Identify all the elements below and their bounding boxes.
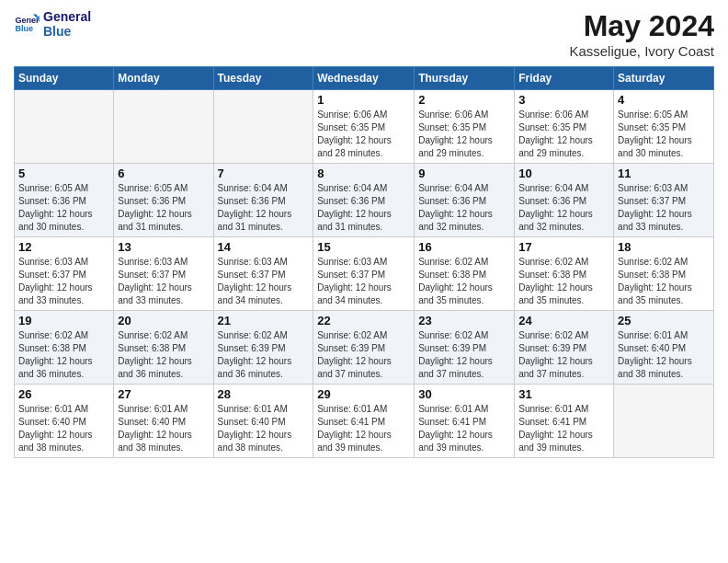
day-info: Sunrise: 6:01 AMSunset: 6:41 PMDaylight:… [418, 403, 510, 454]
weekday-header-tuesday: Tuesday [213, 67, 313, 90]
day-info: Sunrise: 6:03 AMSunset: 6:37 PMDaylight:… [618, 182, 710, 234]
calendar-day-cell: 30Sunrise: 6:01 AMSunset: 6:41 PMDayligh… [415, 385, 515, 458]
day-info: Sunrise: 6:01 AMSunset: 6:40 PMDaylight:… [118, 403, 209, 454]
day-info: Sunrise: 6:06 AMSunset: 6:35 PMDaylight:… [317, 109, 410, 160]
day-info: Sunrise: 6:05 AMSunset: 6:36 PMDaylight:… [18, 182, 109, 234]
calendar-day-cell: 15Sunrise: 6:03 AMSunset: 6:37 PMDayligh… [313, 237, 415, 311]
weekday-header-wednesday: Wednesday [313, 67, 415, 90]
day-info: Sunrise: 6:03 AMSunset: 6:37 PMDaylight:… [218, 256, 310, 307]
calendar-day-cell: 6Sunrise: 6:05 AMSunset: 6:36 PMDaylight… [114, 164, 213, 237]
calendar-day-cell: 2Sunrise: 6:06 AMSunset: 6:35 PMDaylight… [415, 90, 515, 164]
calendar-day-cell [614, 385, 714, 458]
day-info: Sunrise: 6:01 AMSunset: 6:41 PMDaylight:… [518, 403, 609, 454]
day-number: 23 [418, 314, 510, 327]
day-info: Sunrise: 6:01 AMSunset: 6:41 PMDaylight:… [317, 403, 410, 454]
day-number: 30 [418, 387, 510, 401]
day-info: Sunrise: 6:05 AMSunset: 6:35 PMDaylight:… [618, 109, 710, 160]
day-info: Sunrise: 6:03 AMSunset: 6:37 PMDaylight:… [18, 256, 109, 307]
calendar-week-row: 12Sunrise: 6:03 AMSunset: 6:37 PMDayligh… [15, 237, 714, 311]
day-number: 7 [218, 167, 310, 180]
day-number: 28 [218, 387, 310, 401]
day-info: Sunrise: 6:04 AMSunset: 6:36 PMDaylight:… [418, 182, 510, 234]
header: General Blue General Blue May 2024 Kasse… [14, 9, 714, 59]
day-number: 10 [518, 167, 609, 180]
calendar-day-cell: 10Sunrise: 6:04 AMSunset: 6:36 PMDayligh… [515, 164, 614, 237]
day-info: Sunrise: 6:01 AMSunset: 6:40 PMDaylight:… [218, 403, 310, 454]
calendar-day-cell: 28Sunrise: 6:01 AMSunset: 6:40 PMDayligh… [213, 385, 313, 458]
calendar-table: SundayMondayTuesdayWednesdayThursdayFrid… [14, 66, 714, 458]
calendar-day-cell: 4Sunrise: 6:05 AMSunset: 6:35 PMDaylight… [614, 90, 714, 164]
calendar-day-cell: 13Sunrise: 6:03 AMSunset: 6:37 PMDayligh… [114, 237, 213, 311]
day-number: 12 [18, 240, 109, 254]
calendar-week-row: 26Sunrise: 6:01 AMSunset: 6:40 PMDayligh… [15, 385, 714, 458]
day-number: 3 [518, 93, 609, 107]
day-number: 18 [618, 240, 710, 254]
day-info: Sunrise: 6:01 AMSunset: 6:40 PMDaylight:… [618, 329, 710, 381]
weekday-header-row: SundayMondayTuesdayWednesdayThursdayFrid… [15, 67, 714, 90]
svg-text:Blue: Blue [15, 24, 33, 33]
calendar-day-cell: 1Sunrise: 6:06 AMSunset: 6:35 PMDaylight… [313, 90, 415, 164]
calendar-day-cell: 14Sunrise: 6:03 AMSunset: 6:37 PMDayligh… [213, 237, 313, 311]
day-number: 17 [518, 240, 609, 254]
day-number: 31 [518, 387, 609, 401]
month-year-title: May 2024 [569, 9, 714, 43]
calendar-day-cell: 12Sunrise: 6:03 AMSunset: 6:37 PMDayligh… [15, 237, 114, 311]
logo: General Blue General Blue [14, 9, 91, 39]
day-info: Sunrise: 6:03 AMSunset: 6:37 PMDaylight:… [118, 256, 209, 307]
calendar-day-cell: 3Sunrise: 6:06 AMSunset: 6:35 PMDaylight… [515, 90, 614, 164]
day-number: 13 [118, 240, 209, 254]
day-number: 15 [317, 240, 410, 254]
calendar-day-cell [15, 90, 114, 164]
day-number: 9 [418, 167, 510, 180]
calendar-day-cell: 24Sunrise: 6:02 AMSunset: 6:39 PMDayligh… [515, 311, 614, 385]
calendar-day-cell: 25Sunrise: 6:01 AMSunset: 6:40 PMDayligh… [614, 311, 714, 385]
calendar-day-cell: 27Sunrise: 6:01 AMSunset: 6:40 PMDayligh… [114, 385, 213, 458]
calendar-day-cell: 29Sunrise: 6:01 AMSunset: 6:41 PMDayligh… [313, 385, 415, 458]
calendar-day-cell [213, 90, 313, 164]
weekday-header-thursday: Thursday [415, 67, 515, 90]
day-info: Sunrise: 6:04 AMSunset: 6:36 PMDaylight:… [518, 182, 609, 234]
calendar-day-cell: 26Sunrise: 6:01 AMSunset: 6:40 PMDayligh… [15, 385, 114, 458]
calendar-day-cell: 7Sunrise: 6:04 AMSunset: 6:36 PMDaylight… [213, 164, 313, 237]
calendar-day-cell: 11Sunrise: 6:03 AMSunset: 6:37 PMDayligh… [614, 164, 714, 237]
day-number: 29 [317, 387, 410, 401]
calendar-day-cell: 8Sunrise: 6:04 AMSunset: 6:36 PMDaylight… [313, 164, 415, 237]
day-number: 19 [18, 314, 109, 327]
calendar-day-cell: 23Sunrise: 6:02 AMSunset: 6:39 PMDayligh… [415, 311, 515, 385]
calendar-day-cell: 16Sunrise: 6:02 AMSunset: 6:38 PMDayligh… [415, 237, 515, 311]
day-info: Sunrise: 6:06 AMSunset: 6:35 PMDaylight:… [518, 109, 609, 160]
calendar-week-row: 1Sunrise: 6:06 AMSunset: 6:35 PMDaylight… [15, 90, 714, 164]
calendar-week-row: 5Sunrise: 6:05 AMSunset: 6:36 PMDaylight… [15, 164, 714, 237]
day-info: Sunrise: 6:02 AMSunset: 6:39 PMDaylight:… [418, 329, 510, 381]
day-number: 5 [18, 167, 109, 180]
day-info: Sunrise: 6:04 AMSunset: 6:36 PMDaylight:… [317, 182, 410, 234]
day-number: 14 [218, 240, 310, 254]
calendar-day-cell: 19Sunrise: 6:02 AMSunset: 6:38 PMDayligh… [15, 311, 114, 385]
day-number: 8 [317, 167, 410, 180]
day-info: Sunrise: 6:03 AMSunset: 6:37 PMDaylight:… [317, 256, 410, 307]
day-info: Sunrise: 6:02 AMSunset: 6:38 PMDaylight:… [518, 256, 609, 307]
day-number: 6 [118, 167, 209, 180]
logo-icon: General Blue [14, 11, 40, 37]
weekday-header-monday: Monday [114, 67, 213, 90]
day-info: Sunrise: 6:06 AMSunset: 6:35 PMDaylight:… [418, 109, 510, 160]
day-number: 24 [518, 314, 609, 327]
day-info: Sunrise: 6:01 AMSunset: 6:40 PMDaylight:… [18, 403, 109, 454]
weekday-header-friday: Friday [515, 67, 614, 90]
day-info: Sunrise: 6:04 AMSunset: 6:36 PMDaylight:… [218, 182, 310, 234]
day-number: 22 [317, 314, 410, 327]
day-number: 21 [218, 314, 310, 327]
day-info: Sunrise: 6:02 AMSunset: 6:38 PMDaylight:… [118, 329, 209, 381]
day-number: 1 [317, 93, 410, 107]
day-info: Sunrise: 6:05 AMSunset: 6:36 PMDaylight:… [118, 182, 209, 234]
page-container: General Blue General Blue May 2024 Kasse… [0, 0, 728, 467]
day-number: 11 [618, 167, 710, 180]
calendar-day-cell: 5Sunrise: 6:05 AMSunset: 6:36 PMDaylight… [15, 164, 114, 237]
calendar-day-cell: 18Sunrise: 6:02 AMSunset: 6:38 PMDayligh… [614, 237, 714, 311]
calendar-day-cell [114, 90, 213, 164]
calendar-day-cell: 21Sunrise: 6:02 AMSunset: 6:39 PMDayligh… [213, 311, 313, 385]
day-number: 25 [618, 314, 710, 327]
day-number: 16 [418, 240, 510, 254]
day-info: Sunrise: 6:02 AMSunset: 6:39 PMDaylight:… [518, 329, 609, 381]
day-number: 4 [618, 93, 710, 107]
